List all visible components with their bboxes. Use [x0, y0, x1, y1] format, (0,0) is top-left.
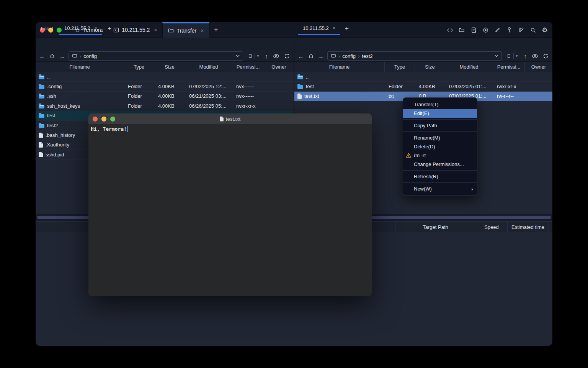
table-row[interactable]: ssh_host_keys Folder4.00KB06/26/2025 05:… [36, 101, 294, 111]
left-tab-remote[interactable]: 10.211.55.2 × [59, 22, 102, 35]
table-row[interactable]: .config Folder4.00KB07/02/2025 12:...rwx… [36, 82, 294, 91]
column-header-permissions[interactable]: Permissi... [493, 62, 525, 72]
table-row[interactable]: test Folder4.00KB07/03/2025 01:...rwxr-x… [294, 82, 552, 91]
refresh-icon[interactable] [282, 50, 291, 62]
breadcrumb-separator: › [80, 53, 81, 59]
column-header-type[interactable]: Type [124, 62, 154, 72]
column-header-type[interactable]: Type [385, 62, 415, 72]
column-header-filename[interactable]: Filename [36, 62, 124, 72]
breadcrumb-separator: › [358, 53, 359, 59]
home-button[interactable] [47, 50, 57, 62]
filename: .bash_history [46, 132, 75, 138]
show-hidden-eye-icon[interactable] [530, 50, 539, 62]
notes-icon[interactable] [470, 26, 477, 34]
upload-button[interactable]: ↑ [261, 50, 271, 62]
left-tab-local[interactable]: Local [37, 22, 57, 35]
edit-pencil-icon[interactable] [493, 26, 501, 34]
folder-icon [297, 84, 303, 89]
bookmark-dropdown-icon[interactable]: ▾ [255, 50, 261, 62]
home-button[interactable] [306, 50, 316, 62]
file-icon [39, 152, 43, 157]
keychain-icon[interactable] [517, 26, 525, 34]
file-icon [39, 133, 43, 138]
record-icon[interactable] [482, 26, 489, 34]
folder-icon [39, 94, 44, 99]
menu-item-delete[interactable]: Delete(D) [403, 142, 477, 151]
menu-item-copy-path[interactable]: Copy Path [403, 121, 477, 130]
tab-host-session[interactable]: 10.211.55.2 × [108, 22, 162, 38]
refresh-icon[interactable] [541, 50, 550, 62]
code-icon[interactable] [446, 26, 454, 34]
left-path-input[interactable]: › config [69, 51, 243, 61]
search-icon[interactable] [529, 26, 537, 34]
breadcrumb-segment[interactable]: config [342, 53, 356, 59]
breadcrumb-segment[interactable]: test2 [362, 53, 372, 59]
editor-content: Hi, Termora! [91, 126, 127, 132]
text-cursor [127, 126, 128, 132]
close-tab-icon[interactable]: × [94, 25, 97, 31]
right-table-header: Filename Type Size Modified Permissi... … [294, 62, 552, 72]
close-tab-icon[interactable]: × [201, 28, 204, 33]
column-header-modified[interactable]: Modified [185, 62, 232, 72]
bookmark-icon[interactable] [245, 50, 255, 62]
menu-item-edit[interactable]: Edit(E) [403, 109, 477, 118]
show-hidden-eye-icon[interactable] [271, 50, 281, 62]
back-button[interactable]: ← [296, 50, 306, 62]
bookmark-dropdown-icon[interactable]: ▾ [514, 50, 520, 62]
editor-title: test.txt [226, 116, 240, 122]
folder-icon[interactable] [458, 26, 466, 34]
back-button[interactable]: ← [37, 50, 47, 62]
folder-icon [39, 123, 44, 128]
filename: test [306, 84, 314, 89]
editor-minimize-button[interactable] [101, 117, 106, 122]
close-tab-icon[interactable]: × [154, 27, 157, 33]
menu-item-change-permissions[interactable]: Change Permissions... [403, 160, 477, 169]
table-row[interactable]: .ssh Folder4.00KB06/21/2025 03:...rwx---… [36, 92, 294, 101]
menu-item-refresh[interactable]: Refresh(R) [403, 172, 477, 181]
folder-icon [39, 74, 44, 79]
menu-item-new[interactable]: New(W) › [403, 184, 477, 193]
column-separator [549, 222, 549, 232]
menu-item-rename[interactable]: Rename(M) [403, 133, 477, 142]
column-header-owner[interactable]: Owner [525, 62, 552, 72]
key-icon[interactable] [505, 26, 513, 34]
column-header-permissions[interactable]: Permissi... [232, 62, 264, 72]
menu-item-label: New(W) [414, 186, 432, 192]
tab-transfer[interactable]: Transfer × [162, 22, 209, 38]
column-header-size[interactable]: Size [154, 62, 185, 72]
forward-button[interactable]: → [316, 50, 326, 62]
column-header-modified[interactable]: Modified [445, 62, 493, 72]
forward-button[interactable]: → [57, 50, 67, 62]
menu-item-transfer[interactable]: Transfer(T) [403, 100, 477, 109]
editor-close-button[interactable] [93, 117, 98, 122]
menu-item-rm-rf[interactable]: rm -rf [403, 151, 477, 160]
column-header-size[interactable]: Size [415, 62, 445, 72]
folder-icon [39, 104, 44, 108]
bookmark-icon[interactable] [504, 50, 513, 62]
left-new-tab-button[interactable]: + [105, 22, 114, 35]
column-header-estimated-time[interactable]: Estimated time [507, 222, 549, 232]
filename: .config [47, 84, 62, 89]
chevron-down-icon[interactable] [495, 55, 498, 57]
editor-titlebar: test.txt [88, 113, 372, 124]
right-tab-remote[interactable]: 10.211.55.2 × [298, 22, 340, 35]
column-header-target-path[interactable]: Target Path [395, 222, 476, 232]
context-menu: Transfer(T) Edit(E) Copy Path Rename(M) … [403, 97, 477, 196]
table-row[interactable]: .. [36, 72, 294, 82]
editor-maximize-button[interactable] [110, 117, 115, 122]
right-new-tab-button[interactable]: + [342, 22, 352, 35]
close-tab-icon[interactable]: × [333, 25, 336, 31]
right-path-input[interactable]: › config › test2 [327, 51, 502, 61]
table-row[interactable]: .. [294, 72, 552, 82]
breadcrumb-segment[interactable]: config [83, 53, 97, 59]
editor-text-area[interactable]: Hi, Termora! [88, 124, 372, 296]
settings-gear-icon[interactable]: ⚙ [541, 26, 549, 34]
column-header-filename[interactable]: Filename [294, 62, 385, 72]
upload-button[interactable]: ↑ [520, 50, 530, 62]
new-tab-button[interactable]: + [209, 22, 222, 38]
chevron-down-icon[interactable] [236, 55, 240, 57]
tab-label: 10.211.55.2 [122, 27, 150, 33]
column-header-owner[interactable]: Owner [264, 62, 294, 72]
column-header-speed[interactable]: Speed [476, 222, 507, 232]
right-file-list: .. test Folder4.00KB07/03/2025 01:...rwx… [294, 72, 552, 101]
